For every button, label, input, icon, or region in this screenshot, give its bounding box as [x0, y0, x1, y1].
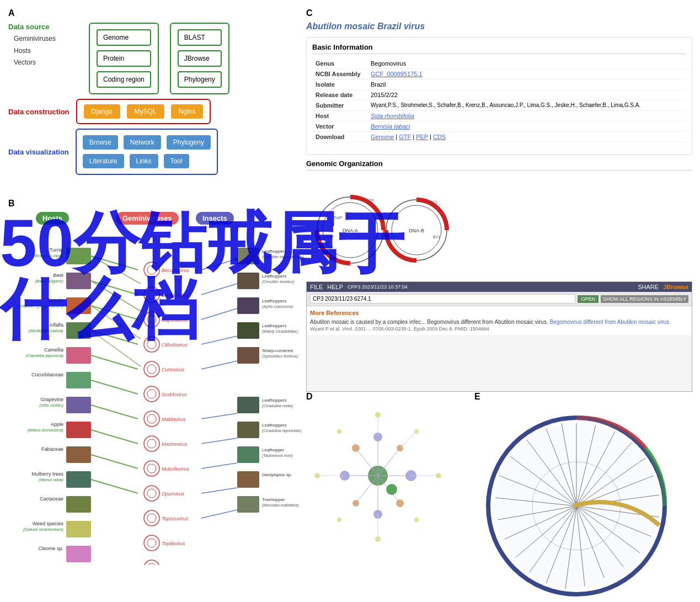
nginx-box[interactable]: Nginx	[171, 104, 204, 119]
svg-text:(Datura stramonium): (Datura stramonium)	[23, 527, 64, 532]
svg-text:Fabaceae: Fabaceae	[41, 446, 63, 452]
svg-line-165	[400, 431, 416, 448]
panel-e-letter: E	[474, 392, 692, 402]
panel-a: A Data source Geminiviruses Hosts Vector…	[8, 8, 290, 175]
browse-box[interactable]: Browse	[83, 135, 118, 150]
phylogeny-viz-box[interactable]: Phylogeny	[167, 135, 211, 150]
jbrowse-file[interactable]: FILE	[310, 284, 323, 290]
svg-line-163	[356, 448, 378, 476]
svg-line-41	[91, 306, 138, 319]
phylogeny-box[interactable]: Phylogeny	[178, 71, 222, 88]
svg-line-97	[201, 510, 237, 518]
svg-text:Sharp-cornered: Sharp-cornered	[262, 348, 293, 353]
genomic-title: Genomic Organization	[306, 159, 692, 171]
svg-text:(Circulifer tenellus): (Circulifer tenellus)	[262, 280, 294, 284]
coding-region-box[interactable]: Coding region	[97, 71, 151, 88]
svg-line-43	[91, 355, 138, 369]
mysql-box[interactable]: MySQL	[127, 104, 164, 119]
svg-point-56	[147, 315, 156, 324]
jbrowse-ref-section: More References Abutilon mosaic is cause…	[307, 306, 692, 335]
genomic-diagram-svg: DNA-A DNA-B Rep CP REn TrAP BC1 BV1	[306, 175, 461, 285]
vector-value[interactable]: Bemisia tabaci	[367, 121, 686, 132]
svg-text:Cactaceae: Cactaceae	[40, 496, 63, 502]
svg-line-11	[91, 306, 141, 339]
host-value[interactable]: Sida rhombifolia	[367, 111, 686, 121]
svg-text:Curtovirus: Curtovirus	[162, 367, 185, 372]
phylogeny-e-svg	[474, 404, 678, 602]
svg-point-155	[337, 429, 341, 434]
blast-box[interactable]: BLAST	[178, 29, 222, 46]
table-row: Genus Begomovirus	[312, 58, 686, 69]
svg-point-55	[144, 312, 159, 327]
svg-point-59	[147, 340, 156, 349]
svg-text:Leafhopper: Leafhopper	[262, 447, 285, 452]
tool-box[interactable]: Tool	[164, 154, 189, 168]
jbrowse-box[interactable]: JBrowse	[178, 50, 222, 67]
table-row: Isolate Brazil	[312, 79, 686, 90]
network-box[interactable]: Network	[124, 135, 161, 150]
svg-line-96	[201, 488, 237, 493]
insects-header: Insects	[196, 212, 234, 225]
jbrowse-share[interactable]: SHARE	[638, 284, 659, 290]
svg-text:(Tautoneura mori): (Tautoneura mori)	[262, 454, 292, 458]
svg-line-3	[91, 256, 141, 284]
jbrowse-search-input[interactable]	[310, 294, 575, 303]
jbrowse-open-btn[interactable]: OPEN	[578, 295, 599, 303]
download-value[interactable]: Genome | GTF | PEP | CDS	[367, 132, 686, 142]
svg-text:Leafhoppers: Leafhoppers	[262, 423, 286, 428]
svg-point-153	[337, 518, 341, 522]
svg-text:Dactylopius sp.: Dactylopius sp.	[262, 472, 292, 477]
ref-link[interactable]: Begomovirus different from Abutilon mosa…	[549, 319, 670, 325]
panel-c-letter: C	[306, 8, 692, 18]
svg-text:Treehopper: Treehopper	[262, 497, 285, 502]
genome-box[interactable]: Genome	[97, 29, 151, 46]
svg-text:Leafhoppers: Leafhoppers	[262, 299, 286, 303]
vector-label: Vector	[312, 121, 367, 132]
hosts-header: Hosts	[36, 212, 69, 225]
table-row: NCBI Assembly GCF_000895175.1	[312, 69, 686, 79]
svg-text:Cleome sp.: Cleome sp.	[38, 546, 63, 551]
svg-text:Maldavirus: Maldavirus	[162, 417, 186, 422]
svg-text:Cucurbitaceae: Cucurbitaceae	[31, 372, 63, 377]
svg-point-169	[386, 484, 397, 495]
svg-point-70	[144, 436, 159, 451]
data-construction-label: Data construction	[8, 108, 70, 116]
ref-title: More References	[310, 310, 688, 316]
svg-text:Leafhoppers: Leafhoppers	[262, 274, 286, 279]
genome-group: Genome Protein Coding region	[89, 23, 159, 94]
svg-rect-8	[66, 297, 91, 314]
svg-line-89	[201, 284, 237, 295]
svg-line-47	[91, 455, 138, 468]
svg-text:Grapevine: Grapevine	[40, 397, 63, 402]
svg-text:Begomovirus: Begomovirus	[162, 292, 191, 298]
svg-point-82	[144, 535, 159, 551]
svg-text:Apple: Apple	[51, 422, 63, 427]
svg-point-151	[414, 518, 419, 522]
svg-text:Citlodavirus: Citlodavirus	[162, 342, 188, 348]
data-visualization-label: Data visualization	[8, 148, 69, 156]
jbrowse-show-btn[interactable]: SHOW ALL REGIONS IN ASSEMBLY	[601, 295, 688, 303]
svg-line-48	[91, 480, 138, 493]
literature-box[interactable]: Literature	[83, 154, 124, 168]
svg-point-61	[144, 361, 159, 377]
django-box[interactable]: Django	[84, 104, 120, 119]
svg-line-90	[201, 308, 237, 319]
svg-line-15	[91, 331, 141, 366]
svg-text:REn: REn	[325, 235, 333, 239]
svg-rect-124	[237, 496, 259, 513]
blast-group: BLAST JBrowse Phylogeny	[170, 23, 229, 94]
svg-text:Tomato: Tomato	[47, 297, 63, 303]
protein-box[interactable]: Protein	[97, 50, 151, 67]
svg-text:Leafhoppers: Leafhoppers	[262, 398, 286, 403]
svg-text:(Vitis vinifer): (Vitis vinifer)	[39, 403, 63, 408]
ref-text: Abutilon mosaic is caused by a complex i…	[310, 318, 688, 326]
geminiviruses-header: Geminiviruses	[116, 212, 179, 225]
svg-text:Leafhoppers: Leafhoppers	[262, 249, 286, 254]
svg-point-73	[144, 461, 159, 476]
jbrowse-help[interactable]: HELP	[327, 284, 343, 290]
svg-text:(Spissistilus festinus): (Spissistilus festinus)	[262, 354, 298, 359]
ncbi-value[interactable]: GCF_000895175.1	[367, 69, 686, 79]
links-box[interactable]: Links	[130, 154, 158, 168]
network-diagram: Hosts Geminiviruses Insects Turnip (Bras…	[8, 212, 306, 565]
download-label: Download	[312, 132, 367, 142]
